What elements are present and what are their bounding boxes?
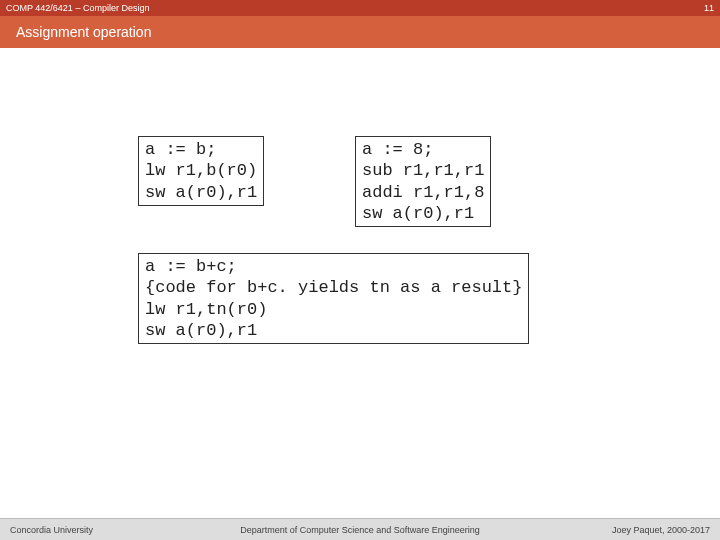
footer-right: Joey Paquet, 2000-2017 — [612, 525, 710, 535]
content-area: a := b; lw r1,b(r0) sw a(r0),r1 a := 8; … — [0, 48, 720, 518]
code-block-var-assign: a := b; lw r1,b(r0) sw a(r0),r1 — [138, 136, 264, 206]
footer-center: Department of Computer Science and Softw… — [240, 525, 480, 535]
footer-left: Concordia University — [10, 525, 93, 535]
code-block-expr-assign: a := b+c; {code for b+c. yields tn as a … — [138, 253, 529, 344]
page-title: Assignment operation — [16, 24, 151, 40]
code-block-const-assign: a := 8; sub r1,r1,r1 addi r1,r1,8 sw a(r… — [355, 136, 491, 227]
page-number: 11 — [704, 3, 714, 13]
footer-bar: Concordia University Department of Compu… — [0, 518, 720, 540]
header-bar: COMP 442/6421 – Compiler Design 11 — [0, 0, 720, 16]
course-label: COMP 442/6421 – Compiler Design — [6, 3, 149, 13]
title-bar: Assignment operation — [0, 16, 720, 48]
